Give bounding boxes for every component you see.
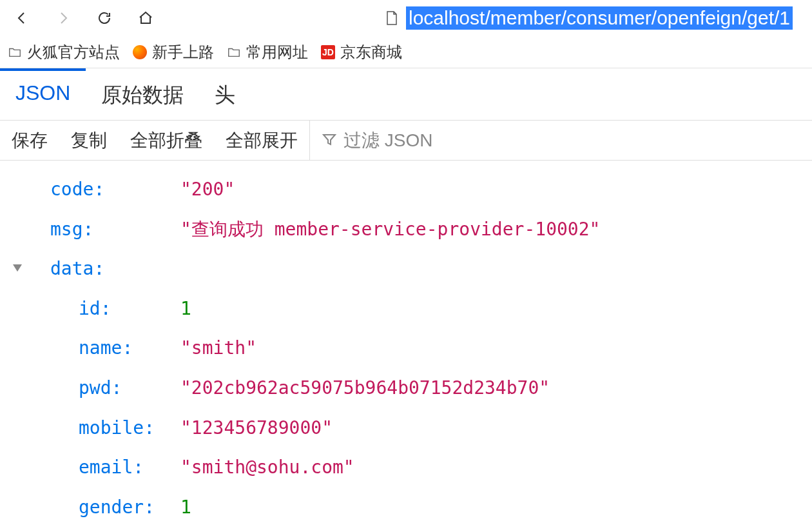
url-bar[interactable]: localhost/member/consumer/openfeign/get/… [379,4,799,32]
bookmarks-bar: 火狐官方站点 新手上路 常用网址 JD 京东商城 [0,36,812,68]
url-text[interactable]: localhost/member/consumer/openfeign/get/… [406,6,793,30]
expand-arrow-icon [6,368,28,408]
home-button[interactable] [137,9,155,27]
json-key: msg: [28,210,180,250]
action-bar: 保存 复制 全部折叠 全部展开 [0,121,812,161]
tab-headers[interactable]: 头 [199,68,251,120]
bookmark-jd-mall[interactable]: JD 京东商城 [321,42,402,63]
json-value: "123456789000" [180,408,333,448]
bookmark-getting-started[interactable]: 新手上路 [133,42,214,63]
json-value: 1 [180,488,191,527]
expand-arrow-icon [6,408,28,448]
browser-nav-toolbar: localhost/member/consumer/openfeign/get/… [0,0,812,36]
save-button[interactable]: 保存 [0,121,59,160]
expand-arrow-icon [6,448,28,488]
json-row[interactable]: mobile:"123456789000" [6,408,812,448]
json-value: "smith@sohu.com" [180,448,354,488]
json-row[interactable]: code:"200" [6,170,812,210]
json-key: pwd: [28,368,180,408]
filter-box [309,121,497,160]
expand-arrow-icon [6,328,28,368]
json-row[interactable]: id:1 [6,289,812,329]
json-value: "smith" [180,328,256,368]
json-row[interactable]: pwd:"202cb962ac59075b964b07152d234b70" [6,368,812,408]
json-row[interactable]: name:"smith" [6,328,812,368]
nav-icons-group [13,9,155,27]
json-value: "查询成功 member-service-provider-10002" [180,210,600,250]
expand-arrow-icon [6,170,28,210]
jd-icon: JD [321,45,335,59]
json-value: 1 [180,289,191,329]
bookmark-label: 京东商城 [340,42,402,63]
firefox-icon [133,45,147,59]
json-key: id: [28,289,180,329]
json-row[interactable]: email:"smith@sohu.com" [6,448,812,488]
json-viewer: code:"200"msg:"查询成功 member-service-provi… [0,161,812,532]
expand-arrow-icon[interactable] [6,249,28,289]
tab-raw-data[interactable]: 原始数据 [86,68,199,120]
expand-arrow-icon [6,289,28,329]
json-value: "202cb962ac59075b964b07152d234b70" [180,368,550,408]
json-key: code: [28,170,180,210]
folder-icon [8,45,22,59]
bookmark-firefox-official[interactable]: 火狐官方站点 [8,42,120,63]
bookmark-label: 新手上路 [152,42,214,63]
json-key: gender: [28,488,180,527]
filter-icon [322,132,337,150]
json-key: mobile: [28,408,180,448]
json-key: name: [28,328,180,368]
json-key: email: [28,448,180,488]
json-row[interactable]: data: [6,249,812,289]
expand-all-button[interactable]: 全部展开 [214,121,309,160]
bookmark-label: 火狐官方站点 [27,42,120,63]
view-tabs: JSON 原始数据 头 [0,68,812,121]
collapse-all-button[interactable]: 全部折叠 [119,121,214,160]
json-row[interactable]: gender:1 [6,488,812,527]
json-value: "200" [180,170,235,210]
json-key: data: [28,249,180,289]
expand-arrow-icon [6,488,28,527]
json-row[interactable]: msg:"查询成功 member-service-provider-10002" [6,210,812,250]
expand-arrow-icon [6,210,28,250]
filter-input[interactable] [343,130,485,151]
folder-icon [227,45,241,59]
bookmark-common-urls[interactable]: 常用网址 [227,42,308,63]
bookmark-label: 常用网址 [246,42,308,63]
tab-json[interactable]: JSON [0,68,86,120]
back-button[interactable] [13,9,31,27]
copy-button[interactable]: 复制 [59,121,119,160]
forward-button[interactable] [54,9,72,27]
page-icon [385,10,398,26]
reload-button[interactable] [95,9,113,27]
